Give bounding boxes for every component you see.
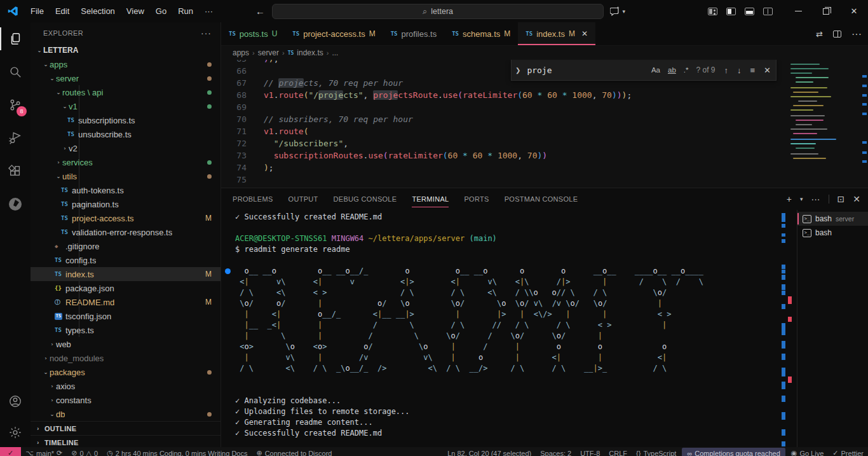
terminal-instance-bash-server[interactable]: >_bashserver	[797, 212, 868, 226]
tree-item-routes-api[interactable]: ⌄routes \ api	[31, 85, 220, 99]
tree-item-services[interactable]: ›services	[31, 155, 220, 169]
tree-item-tsconfig-json[interactable]: TStsconfig.json	[31, 309, 220, 323]
status-prettier[interactable]: ✓Prettier	[828, 447, 868, 456]
search-icon[interactable]	[0, 55, 31, 88]
tree-item-readme-md[interactable]: ⓘREADME.mdM	[31, 295, 220, 309]
whole-word-button[interactable]: ab	[668, 66, 676, 74]
terminal-scrollbar-marks[interactable]	[780, 210, 797, 447]
source-control-icon[interactable]: 8	[0, 88, 31, 121]
tree-item-subscriptions-ts[interactable]: TSsubscriptions.ts	[31, 113, 220, 127]
status-language-mode[interactable]: {}TypeScript	[632, 447, 681, 456]
panel-tab-ports[interactable]: PORTS	[464, 188, 489, 210]
maximize-panel-icon[interactable]: ⊡	[837, 194, 845, 204]
tree-item-v1[interactable]: ⌄v1	[31, 99, 220, 113]
tree-item-utils[interactable]: ⌄utils	[31, 169, 220, 183]
panel-tab-terminal[interactable]: TERMINAL	[412, 188, 449, 210]
tree-item-types-ts[interactable]: TStypes.ts	[31, 323, 220, 337]
open-changes-icon[interactable]: ⇄	[816, 29, 823, 39]
tree-item-index-ts[interactable]: TSindex.tsM	[31, 267, 220, 281]
find-toggle-replace-chevron[interactable]: ❯	[515, 67, 520, 74]
terminal-dropdown-icon[interactable]: ▾	[800, 196, 803, 202]
tree-item--gitignore[interactable]: ◆.gitignore	[31, 239, 220, 253]
tree-item-node-modules[interactable]: ›node_modules	[31, 351, 220, 365]
panel-tab-problems[interactable]: PROBLEMS	[233, 188, 273, 210]
tree-item-v2[interactable]: ›v2	[31, 141, 220, 155]
accounts-icon[interactable]	[0, 385, 31, 418]
tree-item-lettera[interactable]: ⌄LETTERA	[31, 43, 220, 57]
settings-gear-icon[interactable]	[0, 418, 31, 447]
minimap[interactable]	[789, 61, 860, 169]
panel-tab-debug-console[interactable]: DEBUG CONSOLE	[334, 188, 397, 210]
find-next-button[interactable]: ↓	[737, 66, 742, 75]
menu-run[interactable]: Run	[172, 6, 199, 16]
tree-item-unsubscribe-ts[interactable]: TSunsubscribe.ts	[31, 127, 220, 141]
tree-item-axios[interactable]: ›axios	[31, 379, 220, 393]
tree-item-server[interactable]: ⌄server	[31, 71, 220, 85]
close-button[interactable]: ✕	[840, 0, 868, 22]
close-icon[interactable]: ✕	[581, 29, 588, 38]
close-panel-icon[interactable]: ✕	[853, 194, 860, 204]
status-problems[interactable]: ⊘0△0	[67, 447, 102, 456]
extensions-icon[interactable]	[0, 155, 31, 188]
terminal-instance-bash[interactable]: >_bash	[797, 226, 868, 240]
terminal-output[interactable]: ✓ Successfully created README.md ACER@DE…	[221, 210, 780, 447]
breadcrumb[interactable]: apps›server›TSindex.ts›...	[221, 46, 868, 60]
nav-back-button[interactable]: ←	[255, 6, 265, 17]
status-discord[interactable]: ⊕Connected to Discord	[252, 447, 336, 456]
menu-go[interactable]: Go	[150, 6, 172, 16]
toggle-secondary-sidebar-button[interactable]	[763, 8, 773, 15]
breadcrumb-item[interactable]: index.ts	[297, 48, 323, 57]
restore-button[interactable]	[812, 0, 840, 22]
toggle-panel-button[interactable]	[745, 8, 754, 15]
status-remote-indicator[interactable]: ✓	[0, 447, 21, 456]
explorer-more-actions-button[interactable]: ···	[201, 28, 212, 38]
new-terminal-button[interactable]: +	[787, 194, 792, 204]
panel-tab-postman-console[interactable]: POSTMAN CONSOLE	[505, 188, 578, 210]
split-editor-icon[interactable]	[833, 31, 841, 38]
code-editor[interactable]: ❯ proje Aa ab .* ? of 9 ↑ ↓ ≡ ✕ 6	[221, 60, 868, 188]
explorer-icon[interactable]	[0, 22, 31, 55]
panel-more-actions-icon[interactable]: ···	[811, 194, 820, 204]
match-case-button[interactable]: Aa	[651, 66, 660, 74]
menu-edit[interactable]: Edit	[50, 6, 75, 16]
breadcrumb-item[interactable]: apps	[233, 48, 249, 57]
status-git-branch[interactable]: ⌥main*⟳	[21, 447, 67, 456]
status-go-live[interactable]: ◉Go Live	[787, 447, 829, 456]
status-copilot-quota[interactable]: ∞Completions quota reached	[682, 448, 785, 456]
tree-item-project-access-ts[interactable]: TSproject-access.tsM	[31, 211, 220, 225]
status-cursor-position[interactable]: Ln 82, Col 20 (47 selected)	[443, 447, 536, 456]
find-in-selection-button[interactable]: ≡	[750, 66, 756, 75]
tab-posts-ts[interactable]: TSposts.tsU	[221, 22, 285, 45]
menu-file[interactable]: File	[25, 6, 50, 16]
breadcrumb-item[interactable]: server	[258, 48, 279, 57]
status-eol[interactable]: CRLF	[604, 447, 632, 456]
menu-[interactable]: ···	[199, 6, 219, 16]
menu-selection[interactable]: Selection	[75, 6, 120, 16]
tree-item-apps[interactable]: ⌄apps	[31, 57, 220, 71]
editor-more-actions-icon[interactable]: ···	[851, 29, 862, 40]
menu-view[interactable]: View	[121, 6, 150, 16]
copilot-menu[interactable]: ▾	[610, 6, 625, 16]
tree-item-config-ts[interactable]: TSconfig.ts	[31, 253, 220, 267]
tree-item-validation-error-response-ts[interactable]: TSvalidation-error-response.ts	[31, 225, 220, 239]
postman-icon[interactable]	[0, 188, 31, 221]
tree-item-packages[interactable]: ⌄packages	[31, 365, 220, 379]
minimize-button[interactable]	[784, 0, 812, 22]
tab-index-ts[interactable]: TSindex.tsM✕	[518, 22, 595, 45]
tree-item-constants[interactable]: ›constants	[31, 393, 220, 407]
command-decoration-dot[interactable]	[225, 268, 231, 274]
find-previous-button[interactable]: ↑	[724, 66, 729, 75]
tab-schema-ts[interactable]: TSschema.tsM	[444, 22, 518, 45]
breadcrumb-item[interactable]: ...	[332, 48, 338, 57]
tree-item-db[interactable]: ⌄db	[31, 407, 220, 421]
tree-item-package-json[interactable]: {}package.json	[31, 281, 220, 295]
tab-project-access-ts[interactable]: TSproject-access.tsM	[285, 22, 383, 45]
find-close-button[interactable]: ✕	[764, 66, 771, 75]
run-debug-icon[interactable]	[0, 121, 31, 155]
panel-tab-output[interactable]: OUTPUT	[288, 188, 318, 210]
status-wakatime[interactable]: ◷2 hrs 40 mins Coding, 0 mins Writing Do…	[102, 447, 252, 456]
find-input[interactable]: proje	[527, 66, 552, 75]
status-indentation[interactable]: Spaces: 2	[536, 447, 576, 456]
tree-item-auth-tokens-ts[interactable]: TSauth-tokens.ts	[31, 183, 220, 197]
tab-profiles-ts[interactable]: TSprofiles.ts	[383, 22, 444, 45]
